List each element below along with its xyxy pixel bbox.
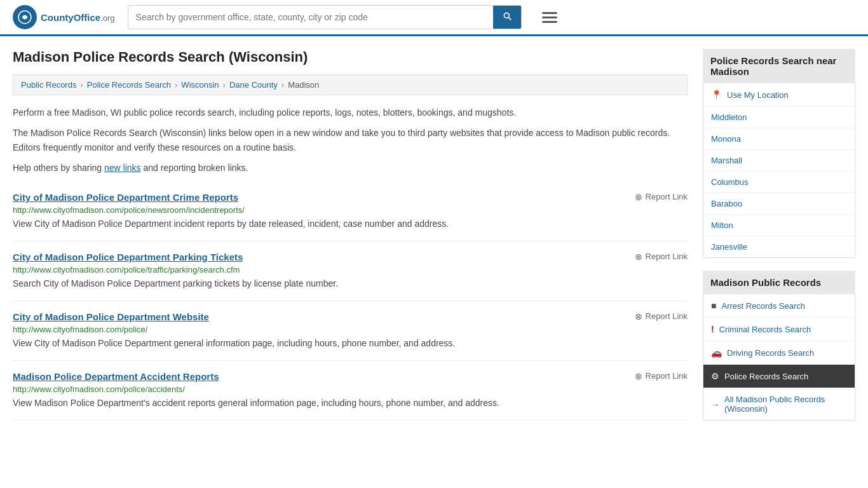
report-icon-1: ⊗ — [635, 252, 642, 262]
sidebar: Police Records Search near Madison 📍 Use… — [703, 49, 855, 433]
result-item: City of Madison Police Department Crime … — [13, 182, 688, 241]
driving-icon: 🚗 — [711, 348, 722, 358]
breadcrumb-dane-county[interactable]: Dane County — [229, 80, 278, 90]
report-icon-2: ⊗ — [635, 311, 642, 322]
police-icon: ⚙ — [711, 371, 719, 381]
nearby-city-4[interactable]: Baraboo — [703, 193, 855, 215]
page-title: Madison Police Records Search (Wisconsin… — [13, 49, 688, 65]
result-desc-1: Search City of Madison Police Department… — [13, 277, 688, 290]
breadcrumb-public-records[interactable]: Public Records — [21, 80, 76, 90]
breadcrumb-wisconsin[interactable]: Wisconsin — [181, 80, 219, 90]
result-title-3[interactable]: Madison Police Department Accident Repor… — [13, 371, 219, 382]
arrow-icon: → — [711, 400, 719, 409]
intro-para1: Perform a free Madison, WI public police… — [13, 105, 688, 119]
all-records-link[interactable]: → All Madison Public Records (Wisconsin) — [703, 388, 855, 420]
sidebar-police-records[interactable]: ⚙ Police Records Search — [703, 365, 855, 388]
report-link-2[interactable]: ⊗ Report Link — [635, 311, 688, 322]
search-button[interactable] — [493, 6, 521, 29]
public-records-links: ■ Arrest Records Search ! Criminal Recor… — [703, 294, 855, 421]
nearby-links: 📍 Use My Location Middleton Monona Marsh… — [703, 83, 855, 258]
result-desc-3: View Madison Police Department's acciden… — [13, 396, 688, 410]
svg-point-1 — [23, 15, 27, 19]
breadcrumb-madison: Madison — [288, 80, 319, 90]
menu-button[interactable] — [539, 10, 560, 25]
result-item: City of Madison Police Department Websit… — [13, 301, 688, 361]
result-url-0: http://www.cityofmadison.com/police/news… — [13, 205, 688, 215]
location-pin-icon: 📍 — [711, 90, 722, 100]
nearby-city-1[interactable]: Monona — [703, 128, 855, 150]
report-icon-3: ⊗ — [635, 371, 642, 381]
intro-para2: The Madison Police Records Search (Wisco… — [13, 126, 688, 154]
nearby-section: Police Records Search near Madison 📍 Use… — [703, 49, 855, 258]
result-desc-0: View City of Madison Police Department i… — [13, 217, 688, 231]
breadcrumb-police-records[interactable]: Police Records Search — [87, 80, 171, 90]
content-area: Madison Police Records Search (Wisconsin… — [13, 49, 688, 433]
nearby-city-5[interactable]: Milton — [703, 215, 855, 236]
intro-para3: Help others by sharing new links and rep… — [13, 161, 688, 175]
result-title-1[interactable]: City of Madison Police Department Parkin… — [13, 252, 243, 262]
result-url-2: http://www.cityofmadison.com/police/ — [13, 325, 688, 334]
nearby-city-0[interactable]: Middleton — [703, 107, 855, 128]
results-list: City of Madison Police Department Crime … — [13, 182, 688, 421]
result-item: Madison Police Department Accident Repor… — [13, 361, 688, 421]
sidebar-driving-records[interactable]: 🚗 Driving Records Search — [703, 341, 855, 365]
report-link-3[interactable]: ⊗ Report Link — [635, 371, 688, 381]
sidebar-arrest-records[interactable]: ■ Arrest Records Search — [703, 294, 855, 318]
nearby-city-6[interactable]: Janesville — [703, 236, 855, 257]
arrest-icon: ■ — [711, 301, 716, 311]
result-url-1: http://www.cityofmadison.com/police/traf… — [13, 265, 688, 274]
main-container: Madison Police Records Search (Wisconsin… — [0, 36, 868, 446]
use-location-link[interactable]: 📍 Use My Location — [703, 83, 855, 107]
report-link-1[interactable]: ⊗ Report Link — [635, 252, 688, 262]
report-icon-0: ⊗ — [635, 192, 642, 202]
public-records-section: Madison Public Records ■ Arrest Records … — [703, 271, 855, 421]
breadcrumb: Public Records › Police Records Search ›… — [13, 74, 688, 95]
search-bar — [128, 5, 522, 29]
logo-icon — [13, 5, 37, 29]
nearby-city-2[interactable]: Marshall — [703, 150, 855, 172]
new-links-link[interactable]: new links — [104, 163, 141, 173]
result-item: City of Madison Police Department Parkin… — [13, 241, 688, 301]
public-records-section-title: Madison Public Records — [703, 271, 855, 294]
result-url-3: http://www.cityofmadison.com/police/acci… — [13, 384, 688, 394]
site-logo[interactable]: CountyOffice.org — [13, 5, 115, 29]
sidebar-criminal-records[interactable]: ! Criminal Records Search — [703, 318, 855, 341]
search-input[interactable] — [128, 7, 493, 27]
report-link-0[interactable]: ⊗ Report Link — [635, 192, 688, 202]
result-title-2[interactable]: City of Madison Police Department Websit… — [13, 311, 209, 322]
criminal-icon: ! — [711, 324, 714, 334]
nearby-city-3[interactable]: Columbus — [703, 172, 855, 193]
result-desc-2: View City of Madison Police Department g… — [13, 337, 688, 350]
logo-text: CountyOffice.org — [41, 12, 115, 23]
result-title-0[interactable]: City of Madison Police Department Crime … — [13, 192, 238, 203]
nearby-section-title: Police Records Search near Madison — [703, 49, 855, 83]
site-header: CountyOffice.org — [0, 0, 868, 36]
